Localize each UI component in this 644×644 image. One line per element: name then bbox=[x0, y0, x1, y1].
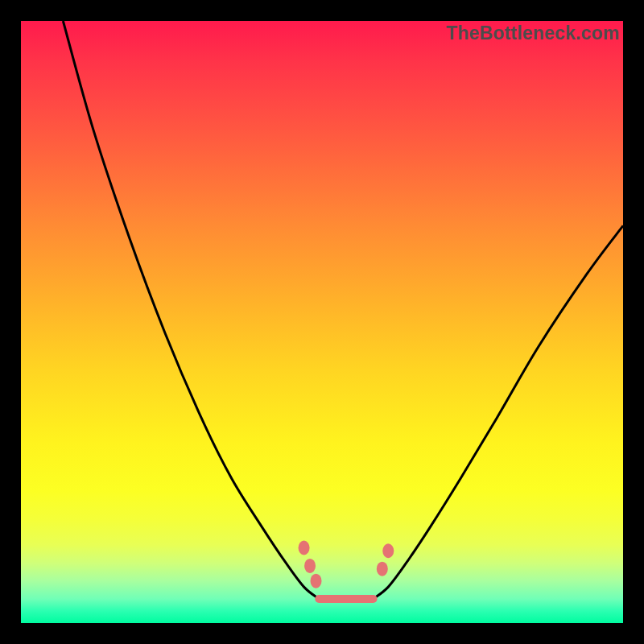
marker-dot-1 bbox=[304, 559, 316, 573]
watermark-text: TheBottleneck.com bbox=[446, 23, 620, 44]
marker-dot-4 bbox=[382, 543, 394, 558]
plot-area bbox=[21, 21, 623, 623]
marker-dot-0 bbox=[299, 541, 310, 555]
curve-left bbox=[63, 21, 319, 599]
curve-group bbox=[63, 21, 623, 599]
marker-dot-3 bbox=[377, 562, 388, 576]
chart-svg bbox=[21, 21, 623, 623]
chart-frame: TheBottleneck.com bbox=[0, 0, 644, 644]
marker-dot-2 bbox=[311, 574, 322, 588]
curve-right bbox=[374, 225, 623, 599]
marker-group bbox=[299, 541, 394, 588]
